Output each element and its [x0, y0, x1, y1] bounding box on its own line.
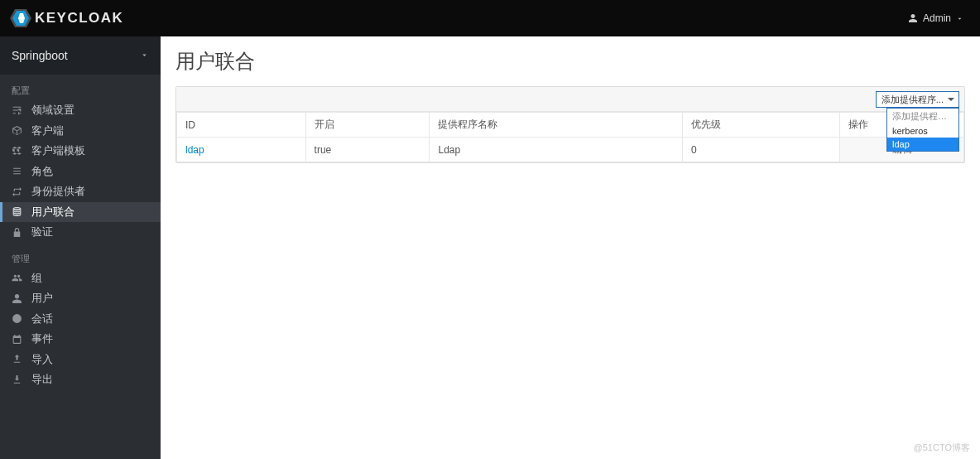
brand-name: KEYCLOAK [35, 10, 123, 27]
provider-option[interactable]: ldap [887, 138, 958, 151]
sidebar-item-label: 领域设置 [31, 103, 74, 118]
sidebar-item-label: 会话 [31, 312, 53, 326]
sidebar-item[interactable]: 组 [0, 268, 161, 289]
chevron-down-icon [140, 49, 149, 62]
provider-option[interactable]: kerberos [887, 124, 958, 138]
cell-id: ldap [177, 138, 306, 162]
chevron-down-icon [956, 15, 963, 22]
sidebar-item[interactable]: 领域设置 [0, 100, 161, 121]
user-icon [12, 293, 23, 304]
add-provider-select[interactable]: 添加提供程序... [876, 91, 959, 108]
sidebar-item[interactable]: 客户端 [0, 121, 161, 142]
sidebar-item-label: 用户 [31, 291, 53, 306]
import-icon [12, 354, 23, 365]
swap-icon [12, 186, 23, 197]
sidebar-item[interactable]: 用户 [0, 288, 161, 309]
topbar: KEYCLOAK Admin [0, 0, 980, 36]
panel-toolbar: 添加提供程序... 添加提供程序...kerberosldap [176, 87, 964, 112]
sidebar-section-title: 配置 [0, 75, 161, 100]
user-label: Admin [923, 12, 951, 24]
sidebar-item[interactable]: 用户联合 [0, 202, 161, 223]
column-header-provider: 提供程序名称 [430, 113, 682, 138]
realm-selector[interactable]: Springboot [0, 36, 161, 75]
sidebar-item-label: 用户联合 [31, 205, 74, 220]
user-menu[interactable]: Admin [908, 12, 963, 24]
sidebar-item-label: 角色 [31, 164, 53, 179]
user-icon [908, 13, 918, 23]
column-header-id: ID [177, 113, 306, 138]
calendar-icon [12, 334, 23, 345]
watermark: @51CTO博客 [914, 442, 970, 454]
sidebar-item[interactable]: 导出 [0, 370, 161, 390]
sidebar-item[interactable]: 事件 [0, 329, 161, 350]
provider-link[interactable]: ldap [185, 144, 204, 156]
sidebar-item-label: 事件 [31, 331, 53, 346]
cubes-icon [12, 146, 23, 157]
sidebar-item-label: 导出 [31, 372, 53, 387]
clock-icon [12, 313, 23, 324]
sidebar-item[interactable]: 会话 [0, 309, 161, 330]
sidebar-item-label: 身份提供者 [31, 184, 85, 199]
keycloak-logo-icon [10, 9, 31, 27]
page-title: 用户联合 [175, 48, 965, 75]
sidebar-item-label: 组 [31, 271, 42, 286]
db-icon [12, 206, 23, 217]
cell-provider-name: Ldap [430, 138, 682, 162]
group-icon [12, 273, 23, 283]
list-icon [12, 166, 23, 176]
column-header-priority: 优先级 [682, 113, 839, 138]
cell-priority: 0 [682, 138, 839, 162]
cell-enabled: true [305, 138, 430, 162]
cube-icon [12, 125, 23, 136]
sidebar-section-title: 管理 [0, 243, 161, 268]
main-content: 用户联合 添加提供程序... 添加提供程序...kerberosldap ID … [161, 36, 980, 459]
sidebar-item[interactable]: 角色 [0, 162, 161, 182]
sidebar-item[interactable]: 客户端模板 [0, 141, 161, 162]
sidebar-item[interactable]: 导入 [0, 350, 161, 370]
table-row: ldaptrueLdap0编辑 [177, 138, 964, 162]
sidebar-item-label: 验证 [31, 225, 53, 239]
provider-table: ID 开启 提供程序名称 优先级 操作 ldaptrueLdap0编辑 [176, 112, 964, 162]
sidebar-item-label: 客户端模板 [31, 143, 85, 158]
add-provider-dropdown: 添加提供程序...kerberosldap [886, 108, 959, 152]
export-icon [12, 374, 23, 385]
brand-logo[interactable]: KEYCLOAK [10, 9, 123, 27]
realm-name: Springboot [12, 49, 68, 62]
provider-option[interactable]: 添加提供程序... [887, 109, 958, 124]
provider-panel: 添加提供程序... 添加提供程序...kerberosldap ID 开启 提供… [175, 86, 965, 163]
sidebar: Springboot 配置领域设置客户端客户端模板角色身份提供者用户联合验证管理… [0, 36, 161, 459]
sidebar-item[interactable]: 验证 [0, 222, 161, 243]
sidebar-item-label: 客户端 [31, 123, 64, 138]
sidebar-item-label: 导入 [31, 352, 53, 367]
sliders-icon [12, 105, 23, 116]
lock-icon [12, 227, 23, 238]
column-header-enabled: 开启 [305, 113, 430, 138]
sidebar-item[interactable]: 身份提供者 [0, 181, 161, 202]
